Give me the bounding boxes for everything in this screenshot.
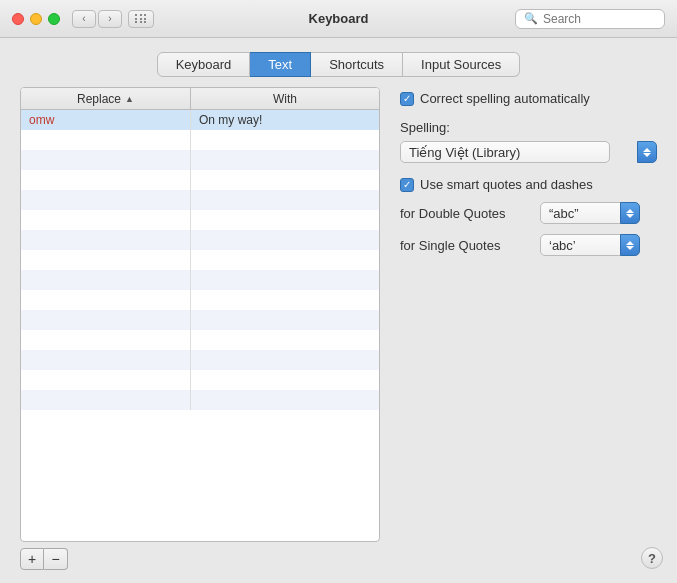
tab-text[interactable]: Text <box>250 52 311 77</box>
add-row-button[interactable]: + <box>20 548 44 570</box>
table-row[interactable] <box>21 350 379 370</box>
table-row[interactable] <box>21 210 379 230</box>
table-row[interactable] <box>21 290 379 310</box>
table-controls: + − <box>20 548 380 570</box>
cell-replace <box>21 190 191 210</box>
table-row[interactable] <box>21 250 379 270</box>
cell-with: On my way! <box>191 110 379 130</box>
col-replace-label: Replace <box>77 92 121 106</box>
maximize-button[interactable] <box>48 13 60 25</box>
table-row[interactable] <box>21 190 379 210</box>
window-title: Keyboard <box>309 11 369 26</box>
cell-replace <box>21 250 191 270</box>
double-quotes-select[interactable]: “abc” <box>540 202 640 224</box>
table-row[interactable] <box>21 310 379 330</box>
cell-with <box>191 330 379 350</box>
table-row[interactable]: omw On my way! <box>21 110 379 130</box>
col-replace-header[interactable]: Replace ▲ <box>21 88 191 109</box>
cell-with <box>191 310 379 330</box>
table-wrapper: Replace ▲ With omw On my way! <box>20 87 380 542</box>
cell-with <box>191 210 379 230</box>
cell-replace <box>21 230 191 250</box>
double-quotes-select-wrapper: “abc” <box>540 202 640 224</box>
table-header: Replace ▲ With <box>21 88 379 110</box>
cell-with <box>191 130 379 150</box>
minimize-button[interactable] <box>30 13 42 25</box>
search-icon: 🔍 <box>524 12 538 25</box>
cell-replace <box>21 130 191 150</box>
cell-with <box>191 270 379 290</box>
table-body: omw On my way! <box>21 110 379 410</box>
single-quotes-select[interactable]: ‘abc’ <box>540 234 640 256</box>
table-row[interactable] <box>21 390 379 410</box>
cell-with <box>191 230 379 250</box>
table-row[interactable] <box>21 270 379 290</box>
spelling-select-wrapper: Tiếng Việt (Library) <box>400 141 657 163</box>
cell-replace <box>21 170 191 190</box>
grid-button[interactable] <box>128 10 154 28</box>
spelling-select-arrow-icon <box>637 141 657 163</box>
titlebar: ‹ › Keyboard 🔍 <box>0 0 677 38</box>
quotes-section: ✓ Use smart quotes and dashes for Double… <box>400 177 657 256</box>
cell-replace <box>21 350 191 370</box>
smart-quotes-row: ✓ Use smart quotes and dashes <box>400 177 657 192</box>
single-quotes-row: for Single Quotes ‘abc’ <box>400 234 657 256</box>
smart-quotes-checkbox[interactable]: ✓ <box>400 178 414 192</box>
cell-with <box>191 390 379 410</box>
cell-with <box>191 150 379 170</box>
cell-with <box>191 350 379 370</box>
nav-back-button[interactable]: ‹ <box>72 10 96 28</box>
search-input[interactable] <box>543 12 656 26</box>
cell-with <box>191 290 379 310</box>
table-row[interactable] <box>21 170 379 190</box>
single-quotes-select-wrapper: ‘abc’ <box>540 234 640 256</box>
cell-with <box>191 250 379 270</box>
cell-replace: omw <box>21 110 191 130</box>
cell-with <box>191 370 379 390</box>
table-panel: Replace ▲ With omw On my way! <box>20 87 380 570</box>
nav-buttons: ‹ › <box>72 10 122 28</box>
sort-arrow-icon: ▲ <box>125 94 134 104</box>
spelling-auto-row: ✓ Correct spelling automatically <box>400 91 657 106</box>
close-button[interactable] <box>12 13 24 25</box>
spelling-section: Spelling: Tiếng Việt (Library) <box>400 120 657 163</box>
tab-input-sources[interactable]: Input Sources <box>403 52 520 77</box>
single-quotes-label: for Single Quotes <box>400 238 530 253</box>
tab-shortcuts[interactable]: Shortcuts <box>311 52 403 77</box>
search-bar[interactable]: 🔍 <box>515 9 665 29</box>
cell-with <box>191 170 379 190</box>
checkmark-icon: ✓ <box>403 94 411 104</box>
table-row[interactable] <box>21 230 379 250</box>
tab-keyboard[interactable]: Keyboard <box>157 52 251 77</box>
table-row[interactable] <box>21 130 379 150</box>
cell-replace <box>21 330 191 350</box>
double-quotes-label: for Double Quotes <box>400 206 530 221</box>
cell-replace <box>21 290 191 310</box>
checkmark-icon: ✓ <box>403 180 411 190</box>
tabs-container: Keyboard Text Shortcuts Input Sources <box>0 38 677 87</box>
col-with-label: With <box>273 92 297 106</box>
col-with-header: With <box>191 92 379 106</box>
spelling-auto-label: Correct spelling automatically <box>420 91 590 106</box>
right-panel: ✓ Correct spelling automatically Spellin… <box>400 87 657 570</box>
cell-replace <box>21 270 191 290</box>
smart-quotes-label: Use smart quotes and dashes <box>420 177 593 192</box>
main-content: Replace ▲ With omw On my way! <box>0 87 677 570</box>
table-row[interactable] <box>21 150 379 170</box>
table-row[interactable] <box>21 330 379 350</box>
nav-forward-button[interactable]: › <box>98 10 122 28</box>
grid-icon <box>135 14 147 23</box>
spelling-auto-checkbox[interactable]: ✓ <box>400 92 414 106</box>
cell-replace <box>21 390 191 410</box>
double-quotes-row: for Double Quotes “abc” <box>400 202 657 224</box>
spelling-select[interactable]: Tiếng Việt (Library) <box>400 141 610 163</box>
remove-row-button[interactable]: − <box>44 548 68 570</box>
spelling-label: Spelling: <box>400 120 657 135</box>
cell-replace <box>21 370 191 390</box>
help-button[interactable]: ? <box>641 547 663 569</box>
cell-replace <box>21 210 191 230</box>
traffic-lights <box>12 13 60 25</box>
cell-replace <box>21 310 191 330</box>
table-row[interactable] <box>21 370 379 390</box>
cell-with <box>191 190 379 210</box>
